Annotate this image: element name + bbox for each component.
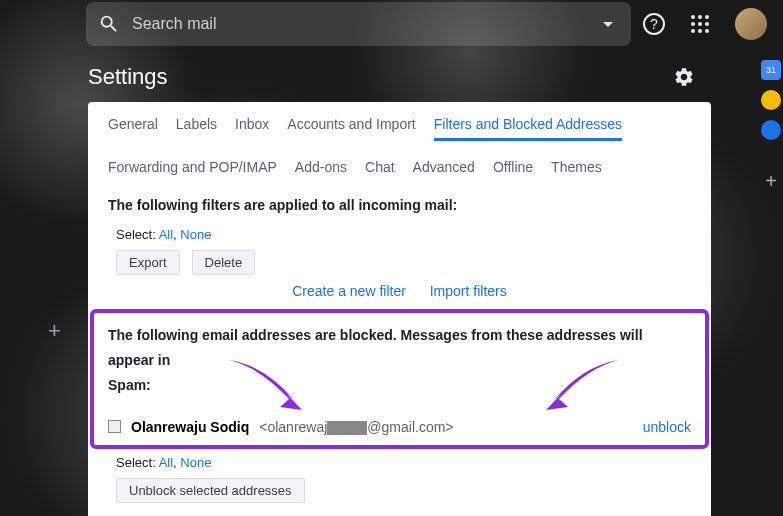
tab-labels[interactable]: Labels	[176, 116, 217, 141]
tab-accounts[interactable]: Accounts and Import	[287, 116, 415, 141]
export-button[interactable]: Export	[116, 250, 180, 275]
tab-chat[interactable]: Chat	[365, 159, 395, 181]
settings-panel: General Labels Inbox Accounts and Import…	[88, 102, 711, 516]
tab-advanced[interactable]: Advanced	[413, 159, 475, 181]
tasks-icon[interactable]	[761, 120, 781, 140]
side-panel: +	[761, 60, 781, 193]
filters-heading: The following filters are applied to all…	[108, 197, 691, 213]
tab-inbox[interactable]: Inbox	[235, 116, 269, 141]
redacted-text	[327, 421, 367, 435]
import-filters-link[interactable]: Import filters	[430, 283, 507, 299]
search-bar[interactable]	[86, 2, 631, 46]
calendar-icon[interactable]	[761, 60, 781, 80]
add-sidepanel-icon[interactable]: +	[761, 170, 781, 193]
filters-select-all-link[interactable]: All	[159, 227, 173, 242]
tab-addons[interactable]: Add-ons	[295, 159, 347, 181]
unblock-link[interactable]: unblock	[643, 419, 691, 435]
tab-forwarding[interactable]: Forwarding and POP/IMAP	[108, 159, 277, 181]
settings-tabs: General Labels Inbox Accounts and Import…	[108, 116, 691, 181]
tab-themes[interactable]: Themes	[551, 159, 602, 181]
filters-select-none-link[interactable]: None	[180, 227, 211, 242]
blocked-row-checkbox[interactable]	[108, 420, 121, 433]
tab-filters-blocked[interactable]: Filters and Blocked Addresses	[434, 116, 622, 141]
gear-icon[interactable]	[673, 66, 695, 88]
delete-button[interactable]: Delete	[192, 250, 256, 275]
search-options-dropdown-icon[interactable]	[603, 22, 613, 27]
create-filter-link[interactable]: Create a new filter	[292, 283, 406, 299]
blocked-addresses-section: The following email addresses are blocke…	[90, 309, 709, 449]
blocked-select-all-link[interactable]: All	[159, 455, 173, 470]
search-icon	[98, 13, 120, 35]
blocked-select-line: Select: All, None	[116, 455, 691, 470]
top-bar: ?	[0, 0, 783, 48]
page-title: Settings	[88, 64, 168, 90]
avatar[interactable]	[735, 8, 767, 40]
apps-grid-icon[interactable]	[691, 15, 709, 33]
annotation-arrow-icon	[224, 355, 324, 425]
tab-general[interactable]: General	[108, 116, 158, 141]
search-input[interactable]	[132, 15, 597, 33]
tab-offline[interactable]: Offline	[493, 159, 533, 181]
settings-header: Settings	[0, 48, 783, 102]
filters-select-line: Select: All, None	[116, 227, 691, 242]
compose-plus-icon[interactable]: +	[48, 318, 61, 344]
keep-icon[interactable]	[761, 90, 781, 110]
blocked-select-none-link[interactable]: None	[180, 455, 211, 470]
annotation-arrow-icon	[524, 355, 624, 425]
unblock-selected-button[interactable]: Unblock selected addresses	[116, 478, 305, 503]
help-icon[interactable]: ?	[643, 13, 665, 35]
